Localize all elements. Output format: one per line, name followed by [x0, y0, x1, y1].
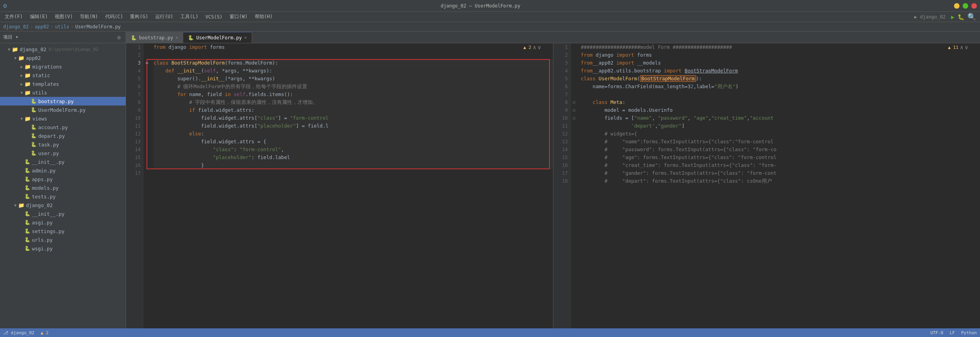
- tab-close-umf[interactable]: ✕: [244, 35, 247, 40]
- menu-help[interactable]: 帮助(H): [252, 13, 276, 21]
- tree-item-depart[interactable]: ▶ 🐍 depart.py: [0, 131, 126, 140]
- code-line: for name, field in self.fields.items():: [154, 91, 553, 98]
- menu-view[interactable]: 视图(V): [52, 13, 76, 21]
- tree-arrow-app02: ▼: [13, 56, 18, 60]
- tree-item-views[interactable]: ▼ 📁 views: [0, 114, 126, 123]
- code-line: # "creat_time": forms.TextInput(attrs={"…: [581, 161, 980, 169]
- tab-close-bootstrap[interactable]: ✕: [176, 35, 178, 40]
- title-right[interactable]: [954, 3, 977, 9]
- line-num: 16: [128, 161, 141, 169]
- tree-item-usermodelform[interactable]: ▶ 🐍 UserModelForm.py: [0, 106, 126, 114]
- menu-file[interactable]: 文件(F): [2, 13, 26, 21]
- tree-item-urls[interactable]: ▶ 🐍 urls.py: [0, 235, 126, 244]
- minimize-button[interactable]: [954, 3, 960, 9]
- menu-vcs[interactable]: VCS(S): [202, 13, 226, 20]
- status-encoding[interactable]: UTF-8: [930, 330, 943, 335]
- scroll-down-bootstrap[interactable]: ∨: [538, 44, 541, 50]
- scroll-up-umf[interactable]: ∧: [960, 44, 963, 50]
- tab-bootstrap[interactable]: 🐍 bootstrap.py ✕: [126, 32, 183, 43]
- code-line: # "age": forms.TextInput(attrs={"class":…: [581, 154, 980, 161]
- debug-button[interactable]: 🐛: [958, 14, 964, 20]
- status-line-ending[interactable]: LF: [950, 330, 955, 335]
- tab-usermodelform[interactable]: 🐍 UserModelForm.py ✕: [183, 32, 252, 43]
- tree-item-utils[interactable]: ▼ 📁 utils: [0, 88, 126, 97]
- line-num: 6: [555, 83, 568, 91]
- breadcrumb-project[interactable]: django_02: [3, 24, 29, 30]
- menu-refactor[interactable]: 重构(G): [127, 13, 151, 21]
- tree-item-init[interactable]: ▶ 🐍 __init__.py: [0, 157, 126, 166]
- line-num: 15: [555, 154, 568, 161]
- gutter-line: [571, 122, 578, 130]
- menu-run[interactable]: 运行(U): [152, 13, 176, 21]
- tree-label-models: models.py: [32, 185, 59, 191]
- tab-label-bootstrap: bootstrap.py: [139, 35, 173, 41]
- tree-item-tests[interactable]: ▶ 🐍 tests.py: [0, 192, 126, 201]
- tree-item-django02pkg[interactable]: ▼ 📁 django_02: [0, 201, 126, 209]
- tree-label-templates: templates: [32, 81, 59, 87]
- tree-item-account[interactable]: ▶ 🐍 account.py: [0, 123, 126, 131]
- gutter-line: ●: [143, 59, 150, 67]
- status-branch[interactable]: ⎇ django_02: [3, 330, 34, 335]
- menu-tools[interactable]: 工具(L): [177, 13, 202, 21]
- tree-item-models[interactable]: ▶ 🐍 models.py: [0, 183, 126, 192]
- tree-item-wsgi[interactable]: ▶ 🐍 wsgi.py: [0, 244, 126, 253]
- code-line: # "password": forms.TextInput(attrs={"cl…: [581, 146, 980, 154]
- gutter-umf: ○ ○ ○: [571, 43, 578, 328]
- line-num: 1: [555, 43, 568, 51]
- gutter-line: [571, 91, 578, 98]
- menu-code[interactable]: 代码(C): [102, 13, 126, 21]
- scroll-down-umf[interactable]: ∨: [965, 44, 968, 50]
- line-num: 11: [128, 122, 141, 130]
- breadcrumb-app02[interactable]: app02: [35, 24, 49, 30]
- tree-item-root[interactable]: ▼ 📁 django_02 D:\python\django_02: [0, 45, 126, 54]
- tree-label-utils: utils: [32, 90, 47, 96]
- menu-navigate[interactable]: 导航(N): [77, 13, 101, 21]
- line-num: 14: [555, 146, 568, 154]
- tree-arrow-static: ▶: [19, 73, 24, 78]
- breadcrumb-utils[interactable]: utils: [55, 24, 69, 30]
- gutter-line: [571, 169, 578, 177]
- tree-arrow-root: ▼: [6, 47, 12, 52]
- code-line: [581, 91, 980, 98]
- tree-item-migrations[interactable]: ▶ 📁 migrations: [0, 62, 126, 71]
- search-button[interactable]: 🔍: [967, 13, 976, 21]
- breadcrumb-file[interactable]: UserModelForm.py: [75, 24, 121, 30]
- tree-item-app02[interactable]: ▼ 📁 app02: [0, 54, 126, 62]
- tree-item-templates[interactable]: ▶ 📁 templates: [0, 80, 126, 88]
- tree-item-settings[interactable]: ▶ 🐍 settings.py: [0, 227, 126, 235]
- tree-label-root: django_02: [20, 46, 46, 52]
- tree-label-settings: settings.py: [32, 228, 65, 234]
- code-line: "class": "form-control",: [154, 146, 553, 154]
- run-button[interactable]: ▶: [951, 14, 954, 20]
- menu-window[interactable]: 窗口(W): [226, 13, 251, 21]
- gutter-bootstrap: ●: [143, 43, 150, 328]
- line-num: 3: [555, 59, 568, 67]
- code-line: "placeholder": field.label: [154, 154, 553, 161]
- gutter-line: ○: [571, 98, 578, 106]
- scroll-up-bootstrap[interactable]: ∧: [533, 44, 536, 50]
- code-line: from django import forms: [154, 43, 553, 51]
- code-area-umf[interactable]: 1 2 3 4 5 6 7 8 9 10 11 12 13 14: [553, 43, 980, 328]
- sidebar-settings-icon[interactable]: ⚙: [115, 34, 122, 41]
- code-area-bootstrap[interactable]: 1 2 3 4 5 6 7 8 9 10 11 12 13 14: [126, 43, 553, 328]
- tree-label-views: views: [32, 116, 47, 122]
- gutter-line: [143, 114, 150, 122]
- run-config[interactable]: ▶ django_02: [914, 14, 945, 20]
- tree-label-init: __init__.py: [32, 159, 65, 165]
- gutter-line: [571, 59, 578, 67]
- status-language[interactable]: Python: [961, 330, 977, 335]
- tree-item-bootstrap[interactable]: ▶ 🐍 bootstrap.py: [0, 97, 126, 106]
- maximize-button[interactable]: [963, 3, 968, 9]
- line-num: 5: [555, 75, 568, 83]
- tree-item-admin[interactable]: ▶ 🐍 admin.py: [0, 166, 126, 175]
- close-button[interactable]: [971, 3, 977, 9]
- tree-item-asgi[interactable]: ▶ 🐍 asgi.py: [0, 218, 126, 227]
- tree-item-apps[interactable]: ▶ 🐍 apps.py: [0, 175, 126, 183]
- tree-item-init2[interactable]: ▶ 🐍 __init__.py: [0, 209, 126, 218]
- tree-label-asgi: asgi.py: [32, 220, 53, 226]
- menu-edit[interactable]: 编辑(E): [27, 13, 51, 21]
- status-bar: ⎇ django_02 ▲ 2 UTF-8 LF Python: [0, 328, 980, 337]
- tree-item-user[interactable]: ▶ 🐍 user.py: [0, 149, 126, 157]
- tree-item-task[interactable]: ▶ 🐍 task.py: [0, 140, 126, 149]
- tree-item-static[interactable]: ▶ 📁 static: [0, 71, 126, 80]
